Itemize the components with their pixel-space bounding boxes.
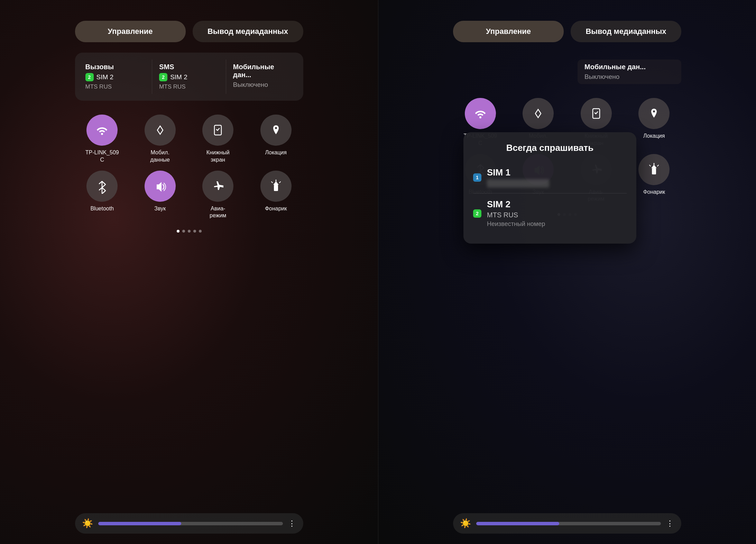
popup-title: Всегда спрашивать [473, 143, 627, 153]
wifi-r-icon-circle [465, 98, 496, 129]
svg-marker-2 [273, 181, 279, 185]
bookscreen-r-icon-circle [581, 98, 612, 129]
sim-sms-name: SIM 2 [170, 73, 187, 81]
torch-r-icon-circle [638, 154, 670, 185]
wifi-icon-circle [86, 115, 118, 146]
mobile-r-icon-circle [523, 98, 554, 129]
svg-marker-8 [651, 165, 657, 168]
svg-rect-7 [652, 168, 656, 174]
bluetooth-icon-circle [86, 171, 118, 202]
sim-badge-2-sms: 2 [159, 73, 167, 81]
sim-data-right-partial: Мобильные дан... Выключено [453, 53, 681, 84]
svg-line-5 [279, 182, 280, 183]
brightness-row-left: ☀️ ⋮ [75, 513, 303, 534]
dot-2 [182, 230, 185, 233]
page-dots-left [177, 230, 202, 233]
popup-sim2-carrier: MTS RUS [487, 211, 545, 219]
sim-data-right: Мобильные дан... Выключено [578, 60, 681, 84]
toggle-bluetooth[interactable]: Bluetooth [75, 171, 130, 220]
torch-r-label: Фонарик [643, 189, 665, 196]
sim-calls-carrier: MTS RUS [85, 83, 145, 90]
brightness-track-left[interactable] [98, 522, 283, 525]
right-panel: Управление Вывод медиаданных Всегда спра… [378, 0, 756, 544]
popup-sim2-details: SIM 2 MTS RUS Неизвестный номер [487, 199, 545, 228]
svg-rect-1 [274, 185, 278, 191]
popup-sim2-item[interactable]: 2 SIM 2 MTS RUS Неизвестный номер [473, 193, 627, 233]
toggle-sound[interactable]: Звук [133, 171, 187, 220]
sim-data-title: Мобильные дан... [233, 63, 293, 79]
manage-btn-left[interactable]: Управление [75, 21, 186, 42]
sim-calls[interactable]: Вызовы 2 SIM 2 MTS RUS [79, 60, 153, 94]
top-buttons-left: Управление Вывод медиаданных [75, 21, 303, 42]
location-label: Локация [265, 149, 287, 156]
sim-badge-2-calls: 2 [85, 73, 94, 81]
manage-btn-right[interactable]: Управление [453, 21, 564, 42]
brightness-row-right: ☀️ ⋮ [453, 513, 681, 534]
sim-calls-badge-row: 2 SIM 2 [85, 73, 145, 81]
sim-popup: Всегда спрашивать 1 SIM 1 2 SIM 2 MTS RU… [463, 132, 636, 244]
brightness-fill-right [476, 522, 559, 525]
torch-icon-circle [260, 171, 292, 202]
sim-sms-title: SMS [159, 63, 219, 71]
popup-sim2-badge: 2 [473, 209, 481, 218]
sim-sms[interactable]: SMS 2 SIM 2 MTS RUS [152, 60, 226, 94]
brightness-fill-left [98, 522, 181, 525]
brightness-track-right[interactable] [476, 522, 661, 525]
dot-5 [199, 230, 202, 233]
sim-calls-name: SIM 2 [96, 73, 114, 81]
toggle-grid-left: TP-LINK_509С Мобил.данные Книжныйэкран [75, 115, 303, 219]
toggle-mobile[interactable]: Мобил.данные [133, 115, 187, 164]
left-panel: Управление Вывод медиаданных Вызовы 2 SI… [0, 0, 378, 544]
popup-sim2-name: SIM 2 [487, 199, 545, 210]
top-buttons-right: Управление Вывод медиаданных [453, 21, 681, 42]
sim-data-right-status: Выключено [584, 73, 674, 81]
torch-label: Фонарик [265, 205, 287, 212]
brightness-icon-left: ☀️ [82, 518, 93, 529]
brightness-menu-left[interactable]: ⋮ [288, 519, 296, 528]
location-r-icon-circle [638, 98, 670, 129]
toggle-location[interactable]: Локация [249, 115, 303, 164]
media-btn-right[interactable]: Вывод медиаданных [571, 21, 681, 42]
popup-sim1-blurred [487, 179, 549, 188]
brightness-menu-right[interactable]: ⋮ [666, 519, 674, 528]
wifi-label: TP-LINK_509С [85, 149, 119, 164]
sim-sms-badge-row: 2 SIM 2 [159, 73, 219, 81]
sim-area-right: Всегда спрашивать 1 SIM 1 2 SIM 2 MTS RU… [453, 53, 681, 84]
sim-sms-carrier: MTS RUS [159, 83, 219, 90]
media-btn-left[interactable]: Вывод медиаданных [193, 21, 303, 42]
dot-1 [177, 230, 179, 233]
sound-label: Звук [154, 205, 166, 212]
airplane-icon-circle [202, 171, 233, 202]
mobile-icon-circle [145, 115, 176, 146]
popup-sim1-badge: 1 [473, 173, 481, 182]
sim-section-left: Вызовы 2 SIM 2 MTS RUS SMS 2 SIM 2 MTS R… [75, 53, 303, 101]
toggle-bookscreen[interactable]: Книжныйэкран [191, 115, 246, 164]
location-icon-circle [260, 115, 292, 146]
popup-sim1-details: SIM 1 [487, 167, 549, 188]
sim-calls-title: Вызовы [85, 63, 145, 71]
bluetooth-label: Bluetooth [90, 205, 114, 212]
sim-data-right-title: Мобильные дан... [584, 63, 674, 71]
brightness-icon-right: ☀️ [460, 518, 471, 529]
dot-4 [193, 230, 196, 233]
sim-data-status: Выключено [233, 81, 293, 89]
svg-line-11 [657, 165, 658, 166]
bookscreen-icon-circle [202, 115, 233, 146]
sound-icon-circle [145, 171, 176, 202]
toggle-torch[interactable]: Фонарик [249, 171, 303, 220]
location-r-label: Локация [643, 133, 665, 140]
toggle-airplane[interactable]: Авиа-режим [191, 171, 246, 220]
popup-sim1-item[interactable]: 1 SIM 1 [473, 162, 627, 193]
bookscreen-label: Книжныйэкран [206, 149, 230, 164]
popup-sim2-sub: Неизвестный номер [487, 220, 545, 228]
toggle-wifi[interactable]: TP-LINK_509С [75, 115, 130, 164]
mobile-label: Мобил.данные [150, 149, 170, 164]
dot-3 [188, 230, 191, 233]
svg-line-10 [649, 165, 651, 166]
svg-line-4 [271, 182, 273, 183]
popup-sim1-name: SIM 1 [487, 167, 549, 178]
sim-data[interactable]: Мобильные дан... Выключено [226, 60, 300, 94]
airplane-label: Авиа-режим [210, 205, 226, 220]
